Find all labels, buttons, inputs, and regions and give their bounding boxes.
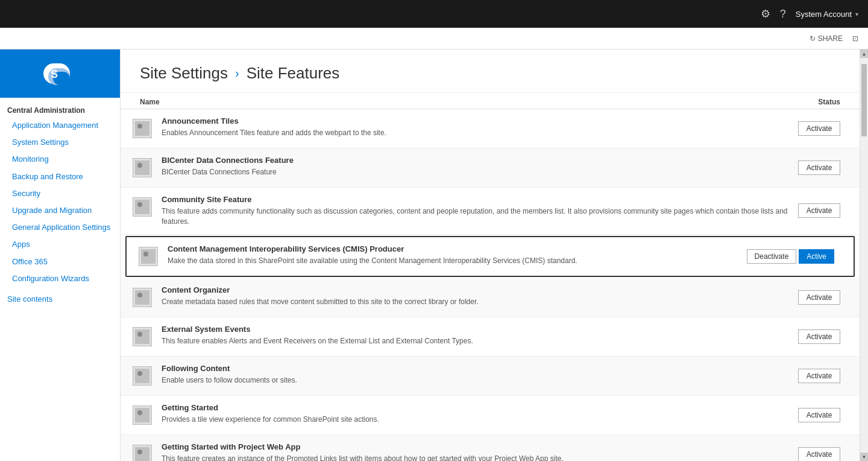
feature-actions: Activate — [798, 329, 840, 344]
deactivate-button-cmis[interactable]: Deactivate — [747, 249, 797, 264]
feature-actions: Activate — [798, 408, 840, 422]
feature-info: Getting Started with Project Web App Thi… — [162, 442, 788, 461]
share-label: SHARE — [818, 34, 843, 43]
feature-icon-inner — [135, 329, 149, 344]
feature-desc: BICenter Data Connections Feature — [162, 167, 788, 177]
feature-desc: This feature creates an instance of the … — [162, 454, 788, 461]
top-bar: ⚙ ? System Account ▾ — [0, 0, 868, 28]
feature-icon — [130, 364, 154, 388]
scroll-track — [860, 58, 868, 453]
account-chevron: ▾ — [855, 11, 858, 17]
sidebar-item-system-settings[interactable]: System Settings — [0, 134, 120, 151]
sidebar-item-apps[interactable]: Apps — [0, 236, 120, 253]
feature-icon — [136, 244, 160, 269]
feature-name: Content Organizer — [162, 285, 788, 294]
breadcrumb-current: Site Features — [247, 64, 340, 83]
activate-button-announcement-tiles[interactable]: Activate — [798, 121, 840, 136]
feature-icon — [130, 403, 154, 427]
settings-icon[interactable]: ⚙ — [761, 7, 770, 21]
feature-row-getting-started: Getting Started Provides a tile view exp… — [121, 396, 860, 435]
activate-button-getting-started-pwa[interactable]: Activate — [798, 447, 840, 461]
feature-desc: Provides a tile view experience for comm… — [162, 415, 788, 425]
feature-icon — [130, 285, 154, 310]
feature-desc: This feature enables Alerts and Event Re… — [162, 336, 788, 346]
feature-icon-inner — [141, 249, 156, 264]
activate-button-following-content[interactable]: Activate — [798, 369, 840, 383]
feature-icon-inner — [135, 290, 149, 305]
sidebar-logo: S — [0, 49, 120, 98]
feature-icon-img — [133, 158, 152, 177]
activate-button-bicenter[interactable]: Activate — [798, 161, 840, 175]
help-icon[interactable]: ? — [780, 8, 786, 21]
sidebar-item-security[interactable]: Security — [0, 185, 120, 202]
scroll-up[interactable]: ▲ — [860, 49, 869, 58]
scroll-thumb[interactable] — [861, 64, 867, 136]
maximize-button[interactable]: ⊡ — [852, 34, 858, 43]
feature-icon-inner — [135, 408, 149, 422]
feature-row-content-organizer: Content Organizer Create metadata based … — [121, 278, 860, 317]
feature-desc: Make the data stored in this SharePoint … — [168, 256, 737, 266]
right-scrollbar[interactable]: ▲ ▼ — [860, 49, 868, 461]
feature-actions: Activate — [798, 447, 840, 461]
feature-icon-inner — [135, 161, 149, 175]
feature-icon-img — [133, 119, 152, 138]
sidebar-item-application-management[interactable]: Application Management — [0, 117, 120, 134]
secondary-bar: ↻ SHARE ⊡ — [0, 28, 868, 49]
share-icon: ↻ — [810, 34, 816, 43]
feature-actions: Activate — [798, 369, 840, 383]
scroll-down[interactable]: ▼ — [860, 453, 869, 461]
feature-icon-img — [133, 445, 152, 461]
sidebar-section-title: Central Administration — [0, 103, 120, 117]
sidebar-item-office365[interactable]: Office 365 — [0, 253, 120, 270]
sidebar: S Central Administration Application Man… — [0, 49, 121, 461]
feature-name: BICenter Data Connections Feature — [162, 156, 788, 165]
feature-info: BICenter Data Connections Feature BICent… — [162, 156, 788, 177]
activate-button-community-site[interactable]: Activate — [798, 203, 840, 218]
feature-icon-inner — [135, 447, 149, 461]
feature-info: Content Management Interoperability Serv… — [168, 244, 737, 266]
feature-row-community-site: Community Site Feature This feature adds… — [121, 188, 860, 235]
feature-row-getting-started-pwa: Getting Started with Project Web App Thi… — [121, 435, 860, 461]
svg-text:S: S — [51, 68, 58, 80]
activate-button-external-system-events[interactable]: Activate — [798, 329, 840, 344]
feature-icon-img — [133, 327, 152, 346]
feature-icon-img — [133, 405, 152, 425]
feature-actions-cmis: Deactivate Active — [747, 249, 834, 264]
sharepoint-logo-svg: S — [42, 59, 78, 89]
sidebar-item-config-wizards[interactable]: Configuration Wizards — [0, 270, 120, 287]
feature-actions: Activate — [798, 290, 840, 305]
feature-icon-img — [133, 366, 152, 386]
share-button[interactable]: ↻ SHARE — [810, 34, 843, 43]
feature-desc: Create metadata based rules that move co… — [162, 297, 788, 307]
features-header: Name Status — [121, 93, 860, 109]
activate-button-getting-started[interactable]: Activate — [798, 408, 840, 422]
feature-row-cmis-producer: Content Management Interoperability Serv… — [125, 236, 855, 277]
main-layout: S Central Administration Application Man… — [0, 49, 868, 461]
feature-name: Announcement Tiles — [162, 116, 788, 126]
sidebar-item-upgrade-migration[interactable]: Upgrade and Migration — [0, 202, 120, 219]
feature-icon-img — [133, 197, 152, 217]
sidebar-item-monitoring[interactable]: Monitoring — [0, 151, 120, 168]
feature-row-following-content: Following Content Enable users to follow… — [121, 357, 860, 396]
feature-row-announcement-tiles: Announcement Tiles Enables Announcement … — [121, 109, 860, 148]
feature-icon-img — [133, 288, 152, 307]
feature-desc: Enable users to follow documents or site… — [162, 375, 788, 386]
feature-name: Content Management Interoperability Serv… — [168, 244, 737, 253]
feature-actions: Activate — [798, 161, 840, 175]
feature-info: Announcement Tiles Enables Announcement … — [162, 116, 788, 138]
account-name: System Account — [796, 10, 852, 19]
account-menu[interactable]: System Account ▾ — [796, 10, 858, 19]
activate-button-content-organizer[interactable]: Activate — [798, 290, 840, 305]
sidebar-item-site-contents[interactable]: Site contents — [0, 287, 120, 307]
feature-info: Content Organizer Create metadata based … — [162, 285, 788, 307]
sidebar-item-backup-restore[interactable]: Backup and Restore — [0, 168, 120, 185]
feature-icon-inner — [135, 121, 149, 136]
breadcrumb-root[interactable]: Site Settings — [140, 64, 228, 83]
feature-info: Community Site Feature This feature adds… — [162, 195, 788, 227]
feature-icon-inner — [135, 369, 149, 383]
feature-icon — [130, 195, 154, 219]
sidebar-item-general-app-settings[interactable]: General Application Settings — [0, 219, 120, 236]
feature-name: External System Events — [162, 325, 788, 334]
feature-info: Getting Started Provides a tile view exp… — [162, 403, 788, 425]
feature-icon-inner — [135, 200, 149, 214]
